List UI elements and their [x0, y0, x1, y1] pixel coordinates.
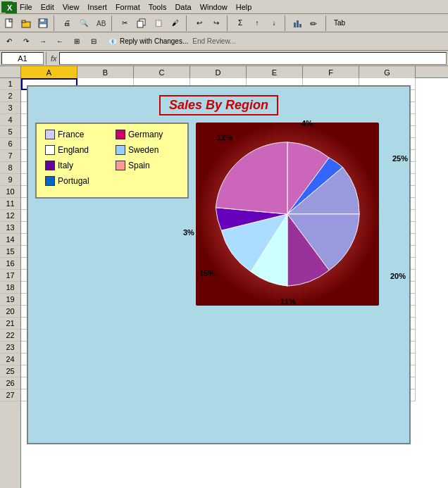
menu-help[interactable]: Help: [232, 2, 256, 12]
legend-row-1: France Germany: [45, 130, 179, 139]
redo-button[interactable]: ↪: [209, 15, 224, 31]
row-num-16[interactable]: 16: [0, 258, 20, 270]
drawing-button[interactable]: ✏: [307, 15, 323, 31]
row-num-13[interactable]: 13: [0, 222, 20, 234]
sweden-swatch: [116, 145, 125, 155]
row-num-27[interactable]: 27: [0, 389, 20, 401]
spell-check-button[interactable]: ABC: [93, 15, 108, 31]
menu-edit[interactable]: Edit: [37, 2, 58, 12]
col-header-C[interactable]: C: [134, 66, 190, 78]
row-num-1[interactable]: 1: [0, 78, 20, 90]
menu-format[interactable]: Format: [111, 2, 144, 12]
row-num-21[interactable]: 21: [0, 318, 20, 330]
menu-tools[interactable]: Tools: [144, 2, 171, 12]
row-num-12[interactable]: 12: [0, 210, 20, 222]
menu-file[interactable]: File: [15, 2, 37, 12]
undo-button[interactable]: ↩: [192, 15, 207, 31]
save-button[interactable]: [35, 15, 51, 31]
chart-button[interactable]: [290, 15, 306, 31]
row-num-19[interactable]: 19: [0, 294, 20, 306]
autosum-button[interactable]: Σ: [232, 15, 248, 31]
row-num-7[interactable]: 7: [0, 150, 20, 162]
pct-label-3: 3%: [183, 228, 194, 237]
col-header-A[interactable]: A: [21, 66, 77, 78]
sort-desc-button[interactable]: ↓: [266, 15, 282, 31]
tb2-btn5[interactable]: ⊞: [69, 34, 85, 49]
sep-6: [325, 15, 328, 31]
cell-reference-input[interactable]: [1, 52, 44, 65]
chart-content: France Germany England: [28, 123, 409, 307]
col-header-F[interactable]: F: [303, 66, 359, 78]
end-review-label[interactable]: End Review...: [191, 37, 237, 45]
legend-item-france: France: [45, 130, 108, 139]
menu-view[interactable]: View: [58, 2, 84, 12]
legend-row-3: Italy Spain: [45, 161, 179, 170]
row-num-23[interactable]: 23: [0, 342, 20, 354]
tb2-btn3[interactable]: →: [35, 34, 51, 49]
cut-button[interactable]: ✂: [117, 15, 132, 31]
pct-label-20: 20%: [390, 272, 406, 280]
row-num-6[interactable]: 6: [0, 138, 20, 150]
col-header-E[interactable]: E: [247, 66, 303, 78]
sep-2: [111, 15, 114, 31]
reply-changes-icon: 📧: [108, 37, 117, 45]
row-num-2[interactable]: 2: [0, 90, 20, 102]
row-num-22[interactable]: 22: [0, 330, 20, 342]
svg-text:ABC: ABC: [97, 20, 106, 27]
col-headers: A B C D E F G: [0, 66, 448, 78]
format-painter-button[interactable]: 🖌: [168, 15, 183, 31]
col-header-D[interactable]: D: [190, 66, 247, 78]
sort-asc-button[interactable]: ↑: [249, 15, 265, 31]
row-num-15[interactable]: 15: [0, 246, 20, 258]
open-button[interactable]: [18, 15, 34, 31]
row-numbers: 1 2 3 4 5 6 7 8 9 10 11 12 13 14 15 16 1…: [0, 78, 21, 488]
legend-item-sweden: Sweden: [116, 145, 179, 155]
menu-window[interactable]: Window: [196, 2, 232, 12]
chart-title: Sales By Region: [28, 95, 409, 115]
row-num-5[interactable]: 5: [0, 126, 20, 138]
row-num-10[interactable]: 10: [0, 186, 20, 198]
zoom-label: Tab: [331, 19, 348, 27]
pct-label-25: 25%: [392, 154, 408, 163]
tb2-btn6[interactable]: ⊟: [86, 34, 101, 49]
row-num-18[interactable]: 18: [0, 282, 20, 294]
col-header-G[interactable]: G: [359, 66, 416, 78]
row-num-25[interactable]: 25: [0, 365, 20, 377]
tb2-btn2[interactable]: ↷: [18, 34, 34, 49]
row-num-9[interactable]: 9: [0, 174, 20, 186]
new-button[interactable]: [1, 15, 17, 31]
row-num-26[interactable]: 26: [0, 377, 20, 389]
svg-rect-8: [39, 24, 46, 27]
reply-changes-label[interactable]: Reply with Changes...: [118, 37, 189, 45]
sweden-label: Sweden: [128, 145, 158, 155]
menu-bar: X File Edit View Insert Format Tools Dat…: [0, 0, 448, 14]
row-num-4[interactable]: 4: [0, 114, 20, 126]
formula-input[interactable]: [59, 52, 447, 65]
tb2-btn1[interactable]: ↶: [1, 34, 17, 49]
row-num-20[interactable]: 20: [0, 306, 20, 318]
paste-button[interactable]: 📋: [151, 15, 166, 31]
sep-5: [285, 15, 287, 31]
pie-chart: [196, 123, 379, 306]
pct-label-11: 11%: [280, 297, 296, 306]
print-button[interactable]: 🖨: [59, 15, 75, 31]
print-preview-button[interactable]: 🔍: [76, 15, 92, 31]
legend-item-spain: Spain: [116, 161, 179, 170]
portugal-swatch: [45, 176, 55, 186]
fx-symbol: fx: [49, 54, 59, 63]
menu-insert[interactable]: Insert: [83, 2, 111, 12]
col-header-B[interactable]: B: [77, 66, 134, 78]
cells-area: Sales By Region Text Box 1 France: [21, 78, 448, 488]
row-num-3[interactable]: 3: [0, 102, 20, 114]
spain-label: Spain: [128, 161, 150, 170]
row-num-11[interactable]: 11: [0, 198, 20, 210]
row-num-17[interactable]: 17: [0, 270, 20, 282]
tb2-btn4[interactable]: ←: [52, 34, 68, 49]
legend-row-2: England Sweden: [45, 145, 179, 155]
menu-data[interactable]: Data: [170, 2, 195, 12]
svg-rect-7: [40, 19, 44, 22]
row-num-24[interactable]: 24: [0, 354, 20, 365]
row-num-8[interactable]: 8: [0, 162, 20, 174]
copy-button[interactable]: [134, 15, 149, 31]
row-num-14[interactable]: 14: [0, 234, 20, 246]
